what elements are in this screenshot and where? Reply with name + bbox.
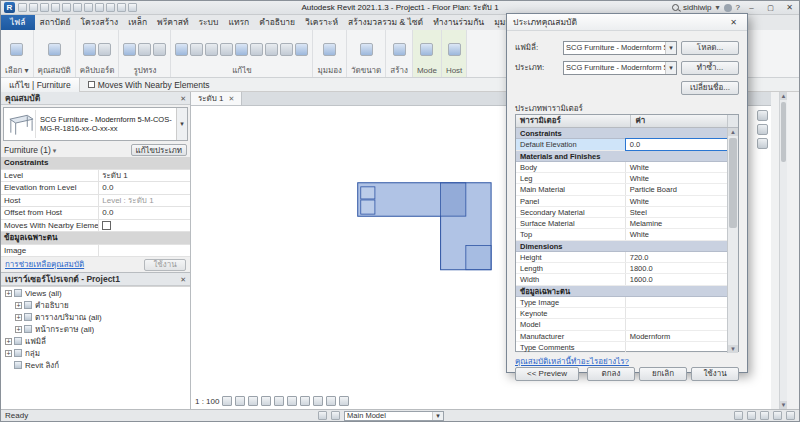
save-icon[interactable]: [29, 3, 38, 12]
tree-expand-icon[interactable]: +: [15, 314, 22, 321]
array-icon[interactable]: [295, 43, 308, 56]
type-dropdown-icon[interactable]: [665, 62, 676, 74]
ribbon-tab[interactable]: วิเคราะห์: [300, 15, 343, 30]
sun-path-icon[interactable]: [248, 396, 258, 406]
tree-expand-icon[interactable]: +: [15, 302, 22, 309]
ribbon-tab[interactable]: ระบบ: [193, 15, 223, 30]
cut-geometry-icon[interactable]: [123, 43, 136, 56]
table-row[interactable]: Length 1800.0: [516, 263, 727, 274]
properties-icon[interactable]: [48, 43, 61, 56]
family-combo[interactable]: SCG Furniture - Modernform 5-M-COS-MG-R-…: [563, 41, 677, 55]
ribbon-tab[interactable]: เหล็ก: [123, 15, 152, 30]
rename-button[interactable]: เปลี่ยนชื่อ...: [681, 81, 739, 95]
join-geometry-icon[interactable]: [138, 43, 151, 56]
scroll-down-icon[interactable]: [780, 401, 787, 409]
table-row[interactable]: Main Material Particle Board: [516, 184, 727, 195]
scroll-up-icon[interactable]: [780, 92, 787, 100]
temporary-hide-icon[interactable]: [300, 396, 310, 406]
ribbon-panel-label[interactable]: วัดขนาด: [351, 65, 381, 77]
visual-style-icon[interactable]: [235, 396, 245, 406]
hide-in-view-icon[interactable]: [323, 43, 336, 56]
moves-with-nearby-checkbox[interactable]: [88, 81, 95, 88]
match-type-icon[interactable]: [98, 43, 111, 56]
align-icon[interactable]: [175, 43, 188, 56]
pick-new-host-icon[interactable]: [448, 43, 461, 56]
ribbon-tab[interactable]: โครงสร้าง: [76, 15, 124, 30]
modify-select-icon[interactable]: [10, 43, 23, 56]
table-row[interactable]: Type Comments: [516, 342, 727, 353]
worksharing-display-icon[interactable]: [339, 396, 349, 406]
search-icon[interactable]: [672, 4, 679, 11]
scale-button[interactable]: 1 : 100: [195, 397, 219, 406]
vertical-scrollbar[interactable]: [779, 92, 787, 409]
load-button[interactable]: โหลด...: [681, 41, 739, 55]
column-parameter[interactable]: พารามิเตอร์: [516, 115, 631, 127]
table-row[interactable]: Width 1600.0: [516, 274, 727, 285]
3d-view-icon[interactable]: [106, 3, 115, 12]
create-group-icon[interactable]: [393, 43, 406, 56]
ribbon-panel-label[interactable]: คุณสมบัติ: [38, 65, 71, 77]
table-row[interactable]: Model: [516, 319, 727, 330]
ribbon-panel-label[interactable]: เลือก ▾: [5, 65, 29, 77]
table-row[interactable]: Constraints: [516, 128, 727, 139]
design-options-dropdown-icon[interactable]: [432, 412, 443, 420]
background-process-icon[interactable]: [773, 411, 782, 420]
apply-button[interactable]: ใช้งาน: [144, 259, 186, 271]
editable-only-icon[interactable]: [734, 411, 743, 420]
properties-close-icon[interactable]: [180, 93, 186, 103]
table-row[interactable]: Keynote: [516, 308, 727, 319]
table-row[interactable]: Body White: [516, 162, 727, 173]
design-options-combo[interactable]: Main Model: [344, 411, 444, 421]
table-row[interactable]: Height 720.0: [516, 252, 727, 263]
table-row[interactable]: Materials and Finishes: [516, 151, 727, 162]
property-row[interactable]: Level ระดับ 1: [1, 170, 190, 183]
scrollbar-thumb[interactable]: [781, 102, 786, 162]
table-row[interactable]: Type Image: [516, 297, 727, 308]
table-row[interactable]: Leg White: [516, 173, 727, 184]
table-scroll-down-icon[interactable]: [728, 345, 738, 353]
trim-icon[interactable]: [250, 43, 263, 56]
ribbon-panel-label[interactable]: คลิปบอร์ด: [80, 65, 115, 77]
property-row[interactable]: Moves With Nearby Eleme...: [1, 220, 190, 233]
move-icon[interactable]: [190, 43, 203, 56]
measure-icon[interactable]: [84, 3, 93, 12]
maximize-button[interactable]: [763, 2, 778, 14]
exclude-options-icon[interactable]: [747, 411, 756, 420]
type-selector[interactable]: SCG Furniture - Modernform 5-M-COS-MG-R-…: [3, 107, 188, 141]
tree-expand-icon[interactable]: [5, 362, 12, 369]
ribbon-tab[interactable]: พรีคาสท์: [152, 15, 193, 30]
project-browser-item[interactable]: + แฟมิลี่: [1, 335, 190, 347]
table-row[interactable]: Surface Material Melamine: [516, 218, 727, 229]
table-row[interactable]: Top White: [516, 229, 727, 240]
type-selector-dropdown-icon[interactable]: [176, 108, 187, 140]
ok-button[interactable]: ตกลง: [587, 367, 635, 381]
property-row[interactable]: Constraints: [1, 157, 190, 170]
project-browser-item[interactable]: + Views (all): [1, 287, 190, 299]
tree-expand-icon[interactable]: +: [15, 326, 22, 333]
crop-view-icon[interactable]: [274, 396, 284, 406]
ribbon-panel-label[interactable]: Host: [446, 65, 462, 77]
table-row[interactable]: Panel White: [516, 196, 727, 207]
revit-logo-icon[interactable]: R: [4, 2, 15, 13]
paste-icon[interactable]: [83, 43, 96, 56]
tree-expand-icon[interactable]: +: [5, 350, 12, 357]
preview-button[interactable]: << Preview: [515, 367, 579, 381]
column-value[interactable]: ค่า: [631, 115, 727, 127]
property-row[interactable]: Image: [1, 245, 190, 258]
project-browser-item[interactable]: + กลุ่ม: [1, 347, 190, 359]
properties-help-link[interactable]: การช่วยเหลือคุณสมบัติ: [5, 258, 84, 271]
open-icon[interactable]: [18, 3, 27, 12]
project-browser-item[interactable]: Revit ลิงก์: [1, 359, 190, 371]
property-row[interactable]: Host Level : ระดับ 1: [1, 195, 190, 208]
type-combo[interactable]: SCG Furniture - Modernform 5-M-COS-MG-R-…: [563, 61, 677, 75]
property-row[interactable]: Elevation from Level 0.0: [1, 182, 190, 195]
view-tab[interactable]: ระดับ 1: [191, 92, 242, 105]
offset-icon[interactable]: [280, 43, 293, 56]
table-scrollbar[interactable]: [727, 128, 738, 353]
view-tab-close-icon[interactable]: [229, 94, 235, 103]
tag-icon[interactable]: [95, 3, 104, 12]
duplicate-button[interactable]: ทำซ้ำ...: [681, 61, 739, 75]
avatar[interactable]: [724, 4, 732, 12]
property-row[interactable]: Offset from Host 0.0: [1, 207, 190, 220]
help-icon[interactable]: [736, 3, 740, 12]
